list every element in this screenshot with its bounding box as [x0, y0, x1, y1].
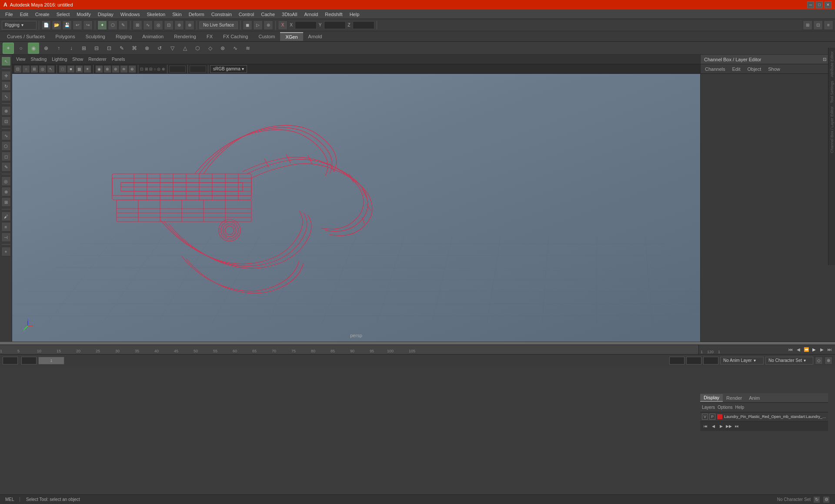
- xgen-icon-7[interactable]: ⊞: [78, 43, 90, 54]
- vp-light-btn[interactable]: ☀: [84, 65, 91, 73]
- tab-sculpting[interactable]: Sculpting: [80, 33, 110, 40]
- vp-isolate-btn[interactable]: ◎: [39, 65, 47, 73]
- show-manip-left[interactable]: ⊡: [1, 116, 11, 126]
- next-frame-btn[interactable]: ▶: [818, 346, 825, 353]
- prev-frame-btn[interactable]: ◀: [795, 346, 802, 353]
- menu-redshift[interactable]: Redshift: [321, 11, 346, 18]
- range-slider[interactable]: 1: [38, 357, 64, 365]
- viewport[interactable]: View Shading Lighting Show Renderer Pane…: [12, 55, 700, 342]
- layers-menu[interactable]: Layers: [702, 405, 715, 410]
- weight-left[interactable]: ≡: [1, 222, 11, 232]
- xgen-icon-14[interactable]: ▽: [167, 43, 178, 54]
- joint-left[interactable]: ◎: [1, 176, 11, 186]
- status-settings-btn[interactable]: ⚙: [823, 496, 830, 503]
- vp-obj-btn[interactable]: ○: [22, 65, 30, 73]
- menu-select[interactable]: Select: [53, 11, 73, 18]
- xgen-icon-4[interactable]: ⊕: [40, 43, 52, 54]
- xgen-icon-8[interactable]: ⊟: [91, 43, 102, 54]
- xgen-icon-12[interactable]: ⊗: [141, 43, 153, 54]
- render-btn[interactable]: ▷: [253, 20, 263, 30]
- new-file-btn[interactable]: 📄: [41, 20, 51, 30]
- xgen-icon-18[interactable]: ⊛: [217, 43, 228, 54]
- frame-step-input[interactable]: 1: [21, 357, 37, 365]
- tab-polygons[interactable]: Polygons: [50, 33, 80, 40]
- redo-btn[interactable]: ↪: [83, 20, 93, 30]
- xgen-icon-20[interactable]: ≋: [242, 43, 254, 54]
- xgen-icon-6[interactable]: ↓: [66, 43, 77, 54]
- maximize-button[interactable]: □: [816, 1, 823, 8]
- help-menu-layer[interactable]: Help: [735, 405, 744, 410]
- tab-animation[interactable]: Animation: [137, 33, 169, 40]
- vp-arrow-btn[interactable]: ↖: [47, 65, 55, 73]
- save-file-btn[interactable]: 💾: [62, 20, 72, 30]
- tab-custom[interactable]: Custom: [254, 33, 281, 40]
- next-key-btn[interactable]: ⏭: [826, 346, 833, 353]
- current-frame-input[interactable]: 1: [3, 357, 18, 365]
- menu-modify[interactable]: Modify: [73, 11, 94, 18]
- xgen-icon-17[interactable]: ◇: [204, 43, 216, 54]
- key-btn[interactable]: ◇: [815, 357, 823, 365]
- menu-windows[interactable]: Windows: [117, 11, 144, 18]
- xgen-icon-5[interactable]: ↑: [53, 43, 64, 54]
- range-end-input[interactable]: 120: [669, 357, 685, 365]
- display-sub-tab[interactable]: Display: [700, 394, 723, 402]
- layer-back-btn[interactable]: ◀: [710, 423, 717, 430]
- color-profile-dropdown[interactable]: sRGB gamma ▾: [210, 65, 247, 73]
- select-tool-btn[interactable]: ✦: [97, 20, 107, 30]
- tab-arnold[interactable]: Arnold: [303, 33, 327, 40]
- layer-play-btn[interactable]: ▶: [718, 423, 725, 430]
- tab-fx[interactable]: FX: [201, 33, 218, 40]
- anim-sub-tab[interactable]: Anim: [745, 395, 763, 401]
- soft-mod-left[interactable]: ⊕: [1, 106, 11, 116]
- vp-shadow-btn[interactable]: ⊗: [104, 65, 111, 73]
- status-refresh-btn[interactable]: ↻: [813, 496, 820, 503]
- open-file-btn[interactable]: 📂: [52, 20, 61, 30]
- poly-left[interactable]: ◻: [1, 152, 11, 161]
- right-panel-btn1[interactable]: ⊞: [803, 20, 812, 30]
- sculpt-left[interactable]: ✎: [1, 162, 11, 172]
- undo-btn[interactable]: ↩: [73, 20, 82, 30]
- character-set-dropdown[interactable]: No Character Set ▾: [765, 357, 813, 365]
- render-sub-tab[interactable]: Render: [723, 395, 745, 401]
- minimize-button[interactable]: ─: [807, 1, 814, 8]
- snap-live-btn[interactable]: ⊗: [185, 20, 194, 30]
- vp-shading-menu[interactable]: Shading: [29, 56, 49, 62]
- rotate-tool-left[interactable]: ↻: [1, 81, 11, 91]
- menu-deform[interactable]: Deform: [185, 11, 208, 18]
- layer-prev-btn[interactable]: ⏮: [702, 423, 709, 430]
- tab-curves[interactable]: Curves / Surfaces: [2, 33, 50, 40]
- xgen-icon-11[interactable]: ⌘: [129, 43, 140, 54]
- auto-key-btn[interactable]: ⊕: [825, 357, 832, 365]
- prev-key-btn[interactable]: ⏮: [787, 346, 794, 353]
- mirror-left[interactable]: ⊣: [1, 232, 11, 242]
- tab-rendering[interactable]: Rendering: [169, 33, 201, 40]
- vp-show-menu[interactable]: Show: [70, 56, 85, 62]
- menu-file[interactable]: File: [2, 11, 17, 18]
- anim-layer-dropdown[interactable]: No Anim Layer ▾: [720, 357, 764, 365]
- layer-vis-v[interactable]: V: [702, 414, 708, 420]
- render-settings-btn[interactable]: ◼: [243, 20, 252, 30]
- menu-create[interactable]: Create: [32, 11, 53, 18]
- xgen-icon-3[interactable]: ◉: [28, 43, 39, 54]
- menu-help[interactable]: Help: [346, 11, 363, 18]
- layer-color-swatch[interactable]: [717, 414, 723, 420]
- right-panel-btn2[interactable]: ⊡: [813, 20, 823, 30]
- xgen-icon-19[interactable]: ∿: [230, 43, 241, 54]
- x-coord-input[interactable]: [295, 21, 317, 29]
- vp-panels-menu[interactable]: Panels: [110, 56, 127, 62]
- snap-surface-btn[interactable]: ⊡: [164, 20, 174, 30]
- select-tool-left[interactable]: ↖: [1, 56, 11, 66]
- vp-color-btn[interactable]: ◉: [95, 65, 103, 73]
- vp-x-input[interactable]: 0.00: [169, 66, 186, 73]
- vp-dof-btn[interactable]: ⊕: [128, 65, 136, 73]
- object-tab[interactable]: Object: [745, 66, 763, 73]
- xgen-icon-10[interactable]: ✎: [116, 43, 127, 54]
- vp-cam-btn[interactable]: ⊡: [14, 65, 22, 73]
- vp-lighting-menu[interactable]: Lighting: [50, 56, 69, 62]
- timeline[interactable]: 1 5 10 15 20 25 30 35 40 45 50 55 60 65 …: [0, 345, 835, 354]
- paint-skin-left[interactable]: 🖌: [1, 212, 11, 221]
- options-menu[interactable]: Options: [718, 405, 732, 410]
- snap-grid-btn[interactable]: ⊞: [133, 20, 142, 30]
- menu-constrain[interactable]: Constrain: [208, 11, 235, 18]
- xgen-icon-9[interactable]: ⊡: [104, 43, 115, 54]
